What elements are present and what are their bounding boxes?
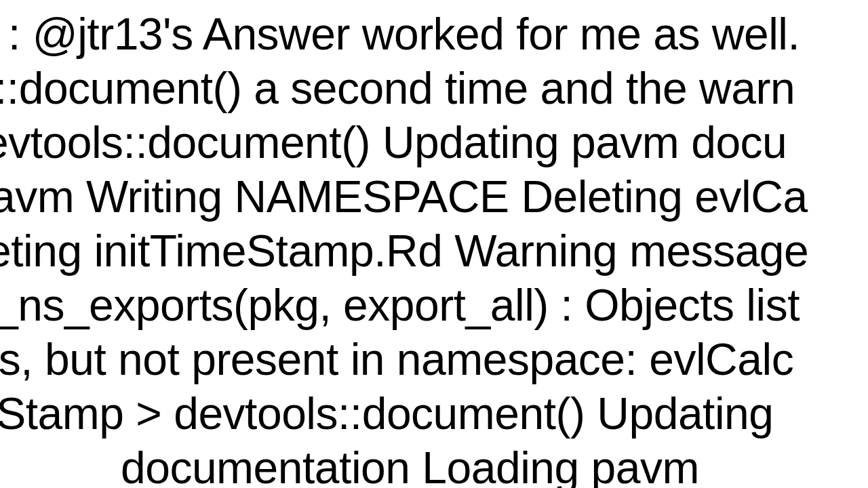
text-line-4: avm Writing NAMESPACE Deleting evlCa [0, 169, 808, 224]
text-line-1: : @jtr13's Answer worked for me as well. [8, 7, 800, 61]
text-line-9: documentation Loading pavm [121, 441, 699, 488]
text-line-3: evtools::document() Updating pavm docu [0, 115, 787, 169]
text-line-7: ts, but not present in namespace: evlCal… [0, 332, 793, 386]
text-line-8: eStamp > devtools::document() Updating [0, 386, 774, 441]
text-line-5: eting initTimeStamp.Rd Warning message [0, 224, 808, 278]
text-line-6: _ns_exports(pkg, export_all) : Objects l… [0, 278, 800, 332]
text-line-2: ::document() a second time and the warn [0, 61, 795, 115]
